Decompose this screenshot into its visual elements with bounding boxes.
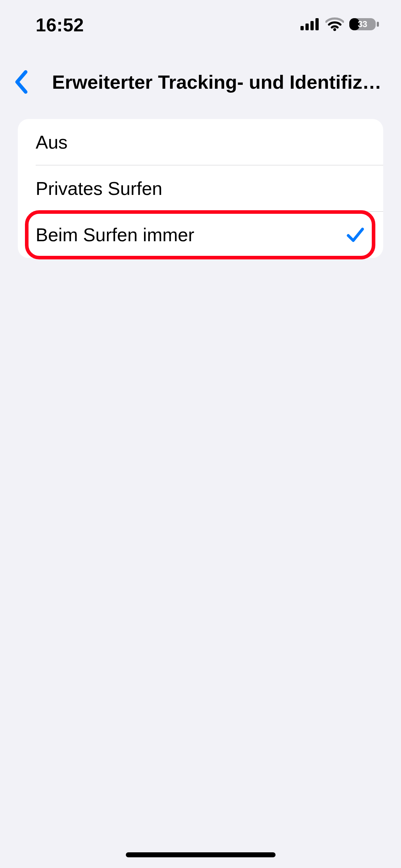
nav-bar: Erweiterter Tracking- und Identifizier… xyxy=(0,59,401,105)
svg-point-4 xyxy=(333,28,336,31)
tracking-option-group: Aus Privates Surfen Beim Surfen immer xyxy=(18,119,383,258)
battery-percent-text: 33 xyxy=(349,17,376,31)
svg-rect-7 xyxy=(377,22,379,27)
svg-rect-3 xyxy=(315,18,319,30)
option-privates-surfen[interactable]: Privates Surfen xyxy=(18,165,383,212)
back-button[interactable] xyxy=(11,70,32,94)
option-aus[interactable]: Aus xyxy=(18,119,383,165)
svg-rect-0 xyxy=(300,26,304,30)
svg-rect-2 xyxy=(310,21,314,30)
checkmark-icon xyxy=(345,225,365,245)
battery-icon: 33 xyxy=(349,17,380,33)
cellular-icon xyxy=(300,17,320,32)
option-label: Privates Surfen xyxy=(36,178,163,199)
option-beim-surfen-immer[interactable]: Beim Surfen immer xyxy=(18,212,383,258)
chevron-left-icon xyxy=(14,70,29,94)
wifi-icon xyxy=(325,17,344,32)
status-indicators: 33 xyxy=(300,17,380,33)
option-label: Beim Surfen immer xyxy=(36,224,194,246)
svg-rect-1 xyxy=(305,24,309,30)
status-time: 16:52 xyxy=(36,14,84,36)
home-indicator[interactable] xyxy=(126,852,276,857)
page-title: Erweiterter Tracking- und Identifizier… xyxy=(32,71,390,93)
status-bar: 16:52 33 xyxy=(0,0,401,50)
option-label: Aus xyxy=(36,131,68,153)
